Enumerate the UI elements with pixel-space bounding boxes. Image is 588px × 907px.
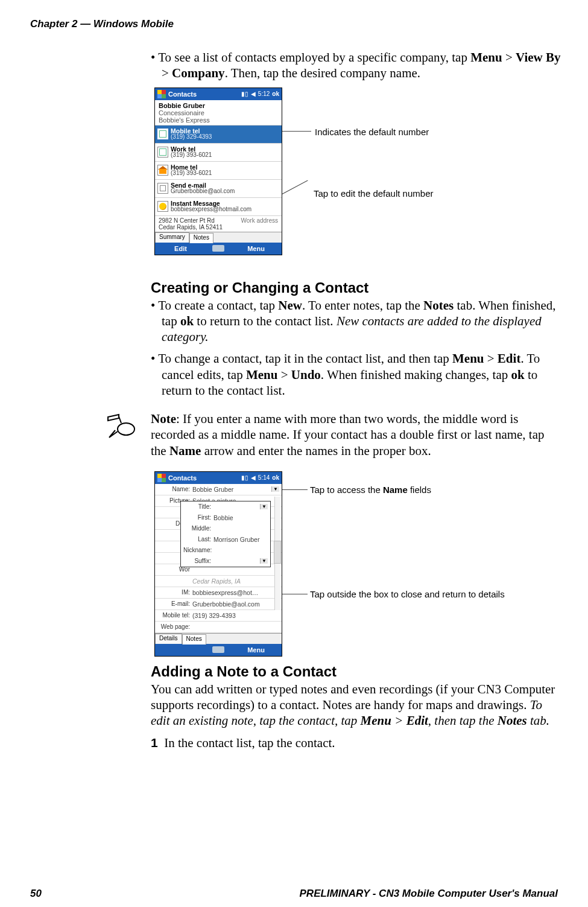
wm-titlebar: Contacts ▮▯ ◀ 5:14 ok — [155, 472, 282, 484]
body-p2: To create a contact, tap New. To enter n… — [162, 298, 561, 345]
field-email[interactable]: E-mail:Gruberbobbie@aol.com — [155, 599, 282, 610]
signal-icon: ▮▯ — [241, 91, 248, 97]
app-title: Contacts — [168, 91, 241, 98]
start-flag-icon[interactable] — [157, 474, 166, 482]
step-1: 1 In the contact list, tap the contact. — [164, 735, 561, 751]
label: Web page: — [157, 623, 192, 630]
drop-last[interactable]: Last:Morrison Gruber — [181, 534, 270, 545]
note-icon — [106, 413, 136, 439]
clock-text: 5:12 — [258, 91, 270, 97]
volume-icon: ◀ — [251, 474, 256, 481]
tab-summary[interactable]: Summary — [155, 232, 189, 243]
soft-left-blank — [155, 644, 206, 656]
contact-name: Bobbie Gruber — [159, 102, 278, 109]
tab-details[interactable]: Details — [155, 634, 182, 644]
label: Nickname: — [183, 547, 213, 553]
screenshot-contact-edit: Contacts ▮▯ ◀ 5:14 ok Name:Bobbie Gruber… — [154, 471, 561, 652]
keyboard-icon — [212, 245, 224, 252]
soft-right-menu[interactable]: Menu — [230, 644, 282, 656]
tab-bar: Details Notes — [155, 633, 282, 644]
page-header: Chapter 2 — Windows Mobile — [30, 18, 174, 30]
callout-name-fields: Tap to access the Name fields — [310, 485, 431, 495]
tab-notes[interactable]: Notes — [182, 634, 206, 644]
value: Bobbie Gruber — [192, 486, 271, 493]
work-phone-icon — [157, 147, 168, 158]
contact-role: Concessionaire — [159, 109, 278, 116]
row-value: Gruberbobbie@aol.com — [171, 188, 235, 194]
softkey-bar: Menu — [155, 644, 282, 656]
label: Wor — [157, 566, 192, 573]
sip-button[interactable] — [206, 243, 230, 255]
soft-left-edit[interactable]: Edit — [155, 243, 206, 255]
start-flag-icon[interactable] — [157, 90, 166, 98]
field-mobile[interactable]: Mobile tel:(319) 329-4393 — [155, 610, 282, 622]
step-number: 1 — [151, 736, 158, 749]
ok-button[interactable]: ok — [272, 91, 279, 97]
email-icon — [157, 183, 168, 194]
ok-button[interactable]: ok — [272, 474, 279, 481]
field-name[interactable]: Name:Bobbie Gruber▼ — [155, 484, 282, 495]
home-icon — [157, 165, 168, 176]
label: Last: — [183, 536, 213, 543]
keyboard-icon — [212, 646, 224, 653]
body-p3: To change a contact, tap it in the conta… — [162, 351, 561, 398]
drop-suffix[interactable]: Suffix:▼ — [181, 556, 270, 567]
callout-line — [282, 594, 308, 594]
label: IM: — [157, 589, 192, 596]
addr-line1: 2982 N Center Pt Rd — [159, 217, 215, 224]
label: Name: — [157, 486, 192, 492]
signal-icon: ▮▯ — [241, 474, 248, 481]
wm-titlebar: Contacts ▮▯ ◀ 5:12 ok — [155, 88, 282, 100]
drop-middle[interactable]: Middle: — [181, 523, 270, 534]
tab-notes[interactable]: Notes — [189, 233, 213, 243]
field-city[interactable]: Cedar Rapids, IA — [155, 576, 282, 587]
chevron-down-icon[interactable]: ▼ — [271, 486, 279, 492]
contact-row-home[interactable]: Home tel(319) 393-6021 — [155, 161, 282, 179]
svg-point-0 — [118, 423, 134, 435]
row-value: bobbiesexpress@hotmail.com — [171, 206, 251, 212]
address-row: 2982 N Center Pt RdCedar Rapids, IA 5241… — [155, 215, 282, 232]
contact-row-email[interactable]: Send e-mailGruberbobbie@aol.com — [155, 179, 282, 197]
step-text: In the contact list, tap the contact. — [164, 736, 335, 750]
value: (319) 329-4393 — [192, 612, 279, 619]
value: Cedar Rapids, IA — [192, 578, 279, 585]
callout-line — [282, 489, 308, 490]
clock-text: 5:14 — [258, 474, 270, 481]
svg-line-1 — [119, 416, 121, 423]
field-im[interactable]: IM:bobbiesexpress@hot… — [155, 587, 282, 599]
row-value: (319) 393-6021 — [171, 152, 212, 158]
label: Suffix: — [183, 558, 213, 564]
callout-close-panel: Tap outside the box to close and return … — [310, 589, 505, 599]
app-title: Contacts — [168, 474, 241, 482]
row-value: (319) 393-6021 — [171, 170, 212, 176]
drop-first[interactable]: First:Bobbie — [181, 512, 270, 523]
scrollbar-thumb[interactable] — [274, 541, 281, 564]
tab-bar: Summary Notes — [155, 232, 282, 243]
label: Title: — [183, 503, 213, 510]
body-p1: To see a list of contacts employed by a … — [162, 49, 561, 81]
sip-button[interactable] — [206, 644, 230, 656]
heading-adding-note: Adding a Note to a Contact — [151, 663, 561, 680]
page-number: 50 — [30, 888, 42, 900]
soft-right-menu[interactable]: Menu — [230, 243, 282, 255]
drop-nickname[interactable]: Nickname: — [181, 545, 270, 556]
addr-line2: Cedar Rapids, IA 52411 — [159, 224, 223, 231]
mobile-phone-icon — [157, 129, 168, 139]
footer-title: PRELIMINARY - CN3 Mobile Computer User's… — [300, 888, 558, 900]
chevron-down-icon[interactable]: ▼ — [260, 558, 268, 564]
contact-company: Bobbie's Express — [159, 116, 278, 124]
callout-default-number: Indicates the default number — [315, 127, 429, 137]
contact-row-mobile[interactable]: Mobile tel(319) 329-4393 — [155, 125, 282, 143]
drop-title[interactable]: Title:▼ — [181, 501, 270, 512]
contact-header: Bobbie Gruber Concessionaire Bobbie's Ex… — [155, 100, 282, 125]
addr-type-label: Work address — [241, 217, 278, 231]
field-webpage[interactable]: Web page: — [155, 622, 282, 633]
value: Morrison Gruber — [213, 536, 268, 543]
contact-row-work[interactable]: Work tel(319) 393-6021 — [155, 143, 282, 161]
softkey-bar: Edit Menu — [155, 243, 282, 255]
name-dropdown-panel[interactable]: Title:▼ First:Bobbie Middle: Last:Morris… — [180, 501, 271, 567]
value: Gruberbobbie@aol.com — [192, 600, 279, 608]
chevron-down-icon[interactable]: ▼ — [260, 504, 268, 509]
im-icon — [157, 201, 168, 212]
contact-row-im[interactable]: Instant Messagebobbiesexpress@hotmail.co… — [155, 197, 282, 215]
